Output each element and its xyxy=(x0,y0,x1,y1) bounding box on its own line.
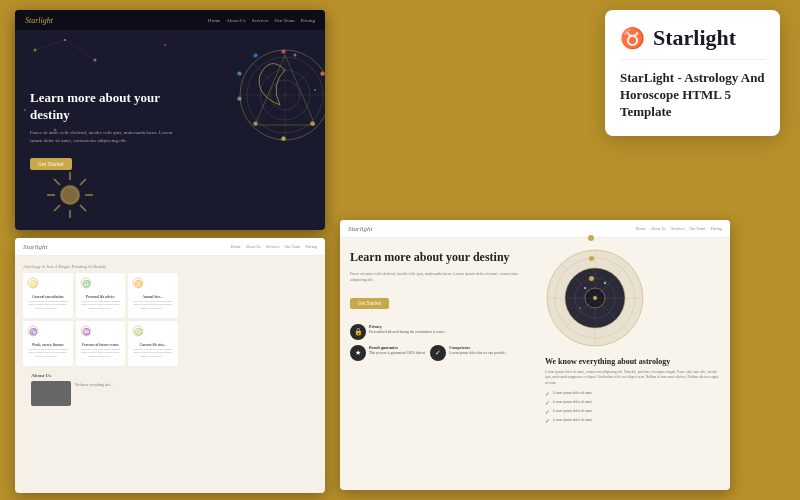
rp-feature-guarantee: ★ Result guarantee This process is guara… xyxy=(350,345,425,361)
card-6-title: Current life situ... xyxy=(132,343,174,347)
light-nav-logo: Starlight xyxy=(23,243,48,251)
card-2-title: Personal life advice xyxy=(80,295,122,299)
light-bottom-preview: Starlight Home About Us Services Our Tea… xyxy=(15,238,325,493)
card-5-title: Forecast of future events xyxy=(80,343,122,347)
light-about-title: About Us xyxy=(31,373,170,378)
svg-point-60 xyxy=(584,287,586,289)
rp-astro-wheel xyxy=(545,248,645,348)
rp-hero-btn[interactable]: Get Started xyxy=(350,298,389,309)
check-icon-4: ✓ xyxy=(545,417,550,424)
svg-text:♒: ♒ xyxy=(82,327,91,336)
rp-nav-about: About Us xyxy=(650,226,665,231)
dark-hero-btn[interactable]: Get Started xyxy=(30,158,72,170)
svg-text:♊: ♊ xyxy=(134,279,143,288)
svg-line-36 xyxy=(80,179,86,185)
competence-icon: ✓ xyxy=(430,345,446,361)
card-2: ♎ Personal life advice Astrology is one … xyxy=(76,273,126,318)
check-item-2: ✓ Lorem ipsum dolor sit amet xyxy=(545,399,720,406)
dark-hero-text: Learn more about your destiny Fusce sit … xyxy=(30,90,184,171)
rp-nav-team: Our Team xyxy=(689,226,705,231)
dark-nav-team: Our Team xyxy=(275,18,295,23)
competence-text: Lorem ipsum dolor that we can provide... xyxy=(449,351,507,355)
svg-text:♍: ♍ xyxy=(253,121,258,126)
dark-nav-logo: Starlight xyxy=(25,16,53,25)
zodiac-wheel: ♈ ♉ ♊ ♋ ♌ ♍ ♎ ♏ ♐ xyxy=(235,45,325,145)
svg-line-8 xyxy=(35,40,65,50)
svg-text:♎: ♎ xyxy=(82,279,91,288)
dark-hero: ♈ ♉ ♊ ♋ ♌ ♍ ♎ ♏ ♐ Learn more about your … xyxy=(15,30,325,230)
rp-hero-title: Learn more about your destiny xyxy=(350,250,525,266)
card-3: ♊ Annual fore... Astrology is one of the… xyxy=(128,273,178,318)
info-panel: ♉ Starlight StarLight - Astrology And Ho… xyxy=(605,10,780,136)
rp-nav: Starlight Home About Us Services Our Tea… xyxy=(340,220,730,238)
privacy-text: Personalized allowed during the consulta… xyxy=(369,330,447,334)
dark-nav-home: Home xyxy=(208,18,220,23)
rp-features: 🔒 Privacy Personalized allowed during th… xyxy=(350,324,525,361)
rp-feature-guarantee-text: Result guarantee This process is guarant… xyxy=(369,345,425,355)
rp-nav-pricing: Pricing xyxy=(710,226,722,231)
light-about: About Us We know everything abo... xyxy=(23,368,178,411)
card-6-text: Astrology is one of the earliest attempt… xyxy=(132,348,174,358)
svg-text:♌: ♌ xyxy=(281,136,286,141)
dark-nav-links: Home About Us Services Our Team Pricing xyxy=(208,18,315,23)
card-3-title: Annual fore... xyxy=(132,295,174,299)
info-panel-logo: Starlight xyxy=(653,25,736,51)
rp-hero-text: Fusce sit amet velit eleifend, iaculis v… xyxy=(350,271,525,283)
check-item-3: ✓ Lorem ipsum dolor sit amet xyxy=(545,408,720,415)
rp-nav-services: Services xyxy=(671,226,685,231)
pagination-dots xyxy=(587,220,595,490)
card-5-text: Astrology is one of the earliest attempt… xyxy=(80,348,122,358)
card-4: ♑ Work, career, finance Astrology is one… xyxy=(23,321,73,366)
card-6: ♍ Current life situ... Astrology is one … xyxy=(128,321,178,366)
dot-3[interactable] xyxy=(589,276,594,281)
info-panel-header: ♉ Starlight xyxy=(620,25,765,60)
light-nav-team: Our Team xyxy=(284,244,300,249)
svg-text:♑: ♑ xyxy=(29,327,38,336)
rp-info-section: We know everything about astrology Lorem… xyxy=(545,357,720,424)
dark-hero-subtitle: Fusce sit amet velit eleifend, iaculis v… xyxy=(30,129,184,144)
rp-feature-competence-text: Competence Lorem ipsum dolor that we can… xyxy=(449,345,507,355)
svg-line-9 xyxy=(65,40,95,60)
dark-nav-services: Services xyxy=(252,18,269,23)
dark-nav: Starlight Home About Us Services Our Tea… xyxy=(15,10,325,30)
check-icon-1: ✓ xyxy=(545,390,550,397)
card-3-text: Astrology is one of the earliest attempt… xyxy=(132,300,174,310)
svg-text:♐: ♐ xyxy=(253,53,258,58)
svg-point-62 xyxy=(579,307,581,309)
svg-point-61 xyxy=(604,282,606,284)
light-nav-about: About Us xyxy=(245,244,260,249)
light-about-image: We know everything abo... xyxy=(31,381,170,406)
sun-decoration xyxy=(45,170,95,220)
svg-line-37 xyxy=(54,205,60,211)
large-right-preview: Starlight Home About Us Services Our Tea… xyxy=(340,220,730,490)
dark-nav-pricing: Pricing xyxy=(301,18,315,23)
privacy-icon: 🔒 xyxy=(350,324,366,340)
rp-feature-privacy-text: Privacy Personalized allowed during the … xyxy=(369,324,447,334)
svg-point-6 xyxy=(24,109,26,111)
light-content: Astrology Is Just A Finger Pointing At R… xyxy=(15,256,325,493)
card-1-icon: ♋ xyxy=(27,277,39,289)
dot-2[interactable] xyxy=(589,256,594,261)
rp-content: Learn more about your destiny Fusce sit … xyxy=(340,238,730,490)
light-nav-pricing: Pricing xyxy=(305,244,317,249)
dark-hero-title: Learn more about your destiny xyxy=(30,90,184,124)
dot-1[interactable] xyxy=(588,235,594,241)
rp-info-text: Lorem ipsum dolor sit amet, consectetur … xyxy=(545,370,720,386)
svg-point-1 xyxy=(64,39,66,41)
check-item-4: ✓ Lorem ipsum dolor sit amet xyxy=(545,417,720,424)
dark-nav-about: About Us xyxy=(226,18,245,23)
check-icon-3: ✓ xyxy=(545,408,550,415)
card-4-icon: ♑ xyxy=(27,325,39,337)
card-1: ♋ General consultation Astrology is one … xyxy=(23,273,73,318)
bull-icon: ♉ xyxy=(620,26,645,50)
svg-line-34 xyxy=(54,179,60,185)
light-nav-services: Services xyxy=(266,244,280,249)
light-about-subtitle: We know everything abo... xyxy=(75,383,170,387)
guarantee-icon: ★ xyxy=(350,345,366,361)
svg-point-2 xyxy=(94,59,97,62)
light-nav-home: Home xyxy=(231,244,241,249)
rp-nav-logo: Starlight xyxy=(348,225,373,233)
check-icon-2: ✓ xyxy=(545,399,550,406)
rp-info-title: We know everything about astrology xyxy=(545,357,720,366)
info-panel-title: StarLight - Astrology And Horoscope HTML… xyxy=(620,70,765,121)
